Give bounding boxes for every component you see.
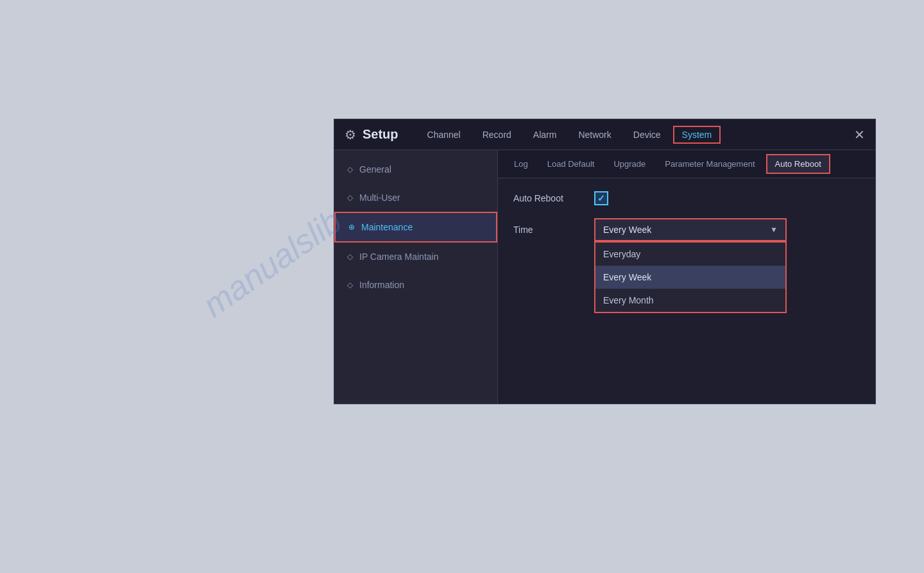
sidebar-label-maintenance: Maintenance	[361, 222, 413, 232]
main-panel: Log Load Default Upgrade Parameter Manag…	[498, 150, 875, 404]
dropdown-option-every-week[interactable]: Every Week	[595, 266, 785, 289]
general-icon: ◇	[347, 165, 353, 174]
tab-network[interactable]: Network	[569, 125, 620, 144]
close-button[interactable]: ✕	[854, 127, 865, 142]
subtab-upgrade[interactable]: Upgrade	[605, 155, 654, 173]
sidebar-label-information: Information	[359, 280, 404, 290]
tab-alarm[interactable]: Alarm	[524, 125, 567, 144]
tab-record[interactable]: Record	[473, 125, 521, 144]
window-title: Setup	[363, 127, 398, 142]
auto-reboot-label: Auto Reboot	[513, 193, 584, 203]
setup-icon: ⚙	[345, 127, 356, 142]
sidebar-item-information[interactable]: ◇ Information	[334, 271, 497, 299]
sidebar: ◇ General ◇ Multi-User ⊕ Maintenance ◇ I…	[334, 150, 498, 404]
dropdown-option-every-month[interactable]: Every Month	[595, 289, 785, 312]
sidebar-item-general[interactable]: ◇ General	[334, 155, 497, 184]
subtab-parameter-mgmt[interactable]: Parameter Management	[656, 155, 763, 173]
subtab-load-default[interactable]: Load Default	[539, 155, 603, 173]
tab-channel[interactable]: Channel	[418, 125, 470, 144]
ip-camera-icon: ◇	[347, 252, 353, 261]
maintenance-icon: ⊕	[348, 223, 355, 232]
panel-content: Auto Reboot ✓ Time Every Week ▼	[498, 178, 875, 404]
setup-window: ⚙ Setup Channel Record Alarm Network Dev…	[334, 119, 876, 404]
sidebar-item-multi-user[interactable]: ◇ Multi-User	[334, 184, 497, 212]
dropdown-option-everyday[interactable]: Everyday	[595, 243, 785, 266]
watermark: manualslib	[196, 201, 348, 325]
sidebar-label-multi-user: Multi-User	[359, 192, 400, 203]
auto-reboot-checkbox[interactable]: ✓	[594, 191, 608, 205]
time-row: Time Every Week ▼ Everyday Every Week Ev…	[513, 218, 860, 241]
sidebar-item-maintenance[interactable]: ⊕ Maintenance	[334, 212, 497, 243]
checkbox-check-icon: ✓	[597, 193, 605, 203]
content-area: ◇ General ◇ Multi-User ⊕ Maintenance ◇ I…	[334, 150, 875, 404]
subtab-log[interactable]: Log	[506, 155, 536, 173]
subtab-auto-reboot[interactable]: Auto Reboot	[766, 154, 830, 174]
dropdown-selected-value[interactable]: Every Week ▼	[594, 218, 787, 241]
sub-tabs: Log Load Default Upgrade Parameter Manag…	[498, 150, 875, 178]
page-background: manualslib ⚙ Setup Channel Record Alarm …	[0, 0, 924, 573]
time-label: Time	[513, 225, 584, 235]
auto-reboot-row: Auto Reboot ✓	[513, 191, 860, 205]
tab-system[interactable]: System	[673, 126, 721, 144]
title-bar: ⚙ Setup Channel Record Alarm Network Dev…	[334, 119, 875, 150]
nav-tabs: Channel Record Alarm Network Device Syst…	[418, 125, 854, 144]
dropdown-options-list: Everyday Every Week Every Month	[594, 241, 787, 313]
tab-device[interactable]: Device	[624, 125, 671, 144]
sidebar-label-ip-camera: IP Camera Maintain	[359, 252, 438, 262]
sidebar-item-ip-camera[interactable]: ◇ IP Camera Maintain	[334, 243, 497, 271]
multi-user-icon: ◇	[347, 193, 353, 202]
dropdown-current-value: Every Week	[603, 225, 651, 235]
time-dropdown[interactable]: Every Week ▼ Everyday Every Week Every M…	[594, 218, 787, 241]
information-icon: ◇	[347, 280, 353, 289]
chevron-down-icon: ▼	[770, 225, 778, 234]
sidebar-label-general: General	[359, 164, 391, 175]
